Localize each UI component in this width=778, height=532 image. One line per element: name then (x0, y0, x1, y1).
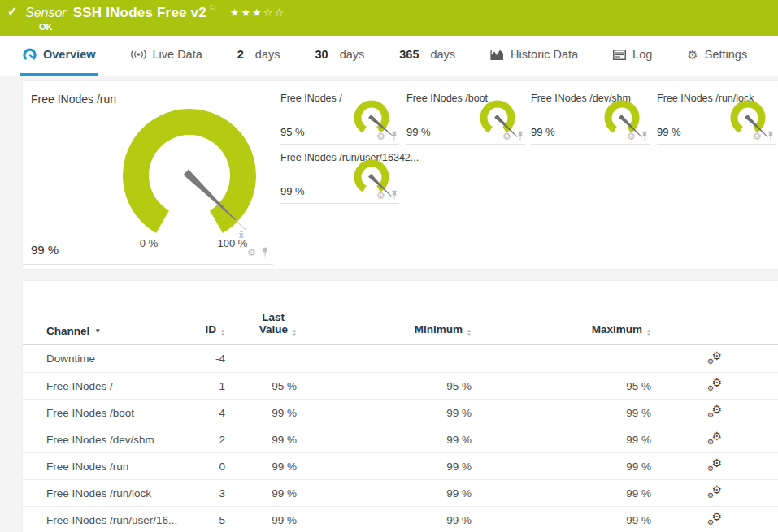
tab-label: Live Data (153, 48, 202, 61)
pin-icon[interactable] (516, 131, 524, 141)
channel-settings-icon[interactable]: ⚙⚙ (706, 485, 723, 499)
object-kind-label: Sensor (25, 6, 67, 19)
tab-label: days (430, 48, 455, 61)
channel-settings-icon[interactable]: ⚙⚙ (706, 351, 723, 365)
table-row: Free INodes /run/lock 3 99 % 99 % 99 % ⚙… (23, 479, 778, 506)
tab-label: Log (632, 48, 652, 61)
sorted-desc-icon: ▼ (94, 327, 101, 335)
pin-icon[interactable] (767, 131, 775, 141)
maximum-value: 99 % (472, 487, 651, 500)
table-row: Free INodes /run/user/16... 5 99 % 99 % … (23, 506, 778, 532)
gauges-panel: Free INodes /run x̄ 0 % 100 % 99 % ⚙ Fre… (23, 81, 778, 269)
gear-icon[interactable]: ⚙ (627, 132, 636, 141)
sensor-header: ✓ SensorSSH INodes Free v2⚐★★★☆☆ OK (0, 0, 778, 36)
minimum-value: 99 % (297, 461, 472, 473)
channel-table: Channel▼ ID▲▼ LastValue▲▼ Minimum▲▼ Maxi… (23, 281, 778, 532)
maximum-value: 99 % (472, 434, 651, 446)
minimum-value: 99 % (297, 407, 472, 419)
gear-icon[interactable]: ⚙ (502, 132, 511, 141)
tab-label: Overview (43, 48, 96, 61)
gauge-value: 99 % (280, 185, 305, 197)
last-value: 99 % (225, 514, 297, 526)
minimum-value: 99 % (297, 434, 472, 446)
gauge-cell-run-user: Free INodes /run/user/16342... 99 % ⚙ (280, 147, 399, 204)
gauge-cell-run: Free INodes /run x̄ 0 % 100 % 99 % ⚙ (23, 81, 273, 265)
channel-settings-icon[interactable]: ⚙⚙ (706, 431, 723, 445)
column-header-minimum[interactable]: Minimum▲▼ (297, 323, 472, 337)
gauge-value: 99 % (31, 243, 59, 257)
live-signal-icon (131, 49, 146, 60)
tab-number: 30 (315, 48, 328, 61)
tab-label: days (340, 48, 365, 61)
table-header-row: Channel▼ ID▲▼ LastValue▲▼ Minimum▲▼ Maxi… (23, 281, 778, 345)
channel-id: 4 (185, 407, 225, 419)
channel-name: Free INodes /dev/shm (23, 434, 185, 446)
maximum-value: 99 % (472, 407, 651, 419)
last-value: 99 % (225, 461, 297, 473)
gear-icon[interactable]: ⚙ (247, 248, 256, 257)
channel-id: 2 (185, 434, 225, 446)
gear-icon[interactable]: ⚙ (753, 132, 762, 141)
gauge-value: 99 % (406, 126, 431, 138)
pin-icon[interactable] (261, 247, 269, 257)
tab-30-days[interactable]: 30 days (312, 36, 367, 76)
tab-label: Historic Data (511, 48, 578, 61)
table-row: Free INodes / 1 95 % 95 % 95 % ⚙⚙ (23, 372, 778, 399)
minimum-value: 99 % (297, 514, 472, 526)
last-value: 99 % (225, 487, 297, 500)
channel-name: Downtime (23, 353, 185, 365)
priority-stars[interactable]: ★★★☆☆ (230, 6, 285, 19)
tab-bar: Overview Live Data 2 days 30 days 365 da… (0, 36, 778, 76)
gear-icon[interactable]: ⚙ (376, 191, 385, 201)
tab-settings[interactable]: ⚙ Settings (685, 36, 750, 76)
channel-settings-icon[interactable]: ⚙⚙ (706, 512, 723, 526)
tab-365-days[interactable]: 365 days (397, 36, 458, 76)
gauge-value: 99 % (531, 126, 555, 138)
gauge-cell-dev-shm: Free INodes /dev/shm 99 % ⚙ (531, 88, 650, 145)
tab-overview[interactable]: Overview (20, 36, 98, 76)
gear-icon: ⚙ (687, 49, 698, 61)
channel-settings-icon[interactable]: ⚙⚙ (706, 404, 723, 418)
tab-historic-data[interactable]: Historic Data (488, 36, 580, 76)
minimum-value: 99 % (297, 487, 472, 500)
tab-number: 365 (399, 48, 419, 61)
last-value: 99 % (225, 407, 297, 419)
channel-settings-icon[interactable]: ⚙⚙ (706, 458, 723, 472)
tab-live-data[interactable]: Live Data (128, 36, 205, 76)
gear-icon[interactable]: ⚙ (376, 132, 385, 141)
column-header-last-value[interactable]: LastValue▲▼ (225, 311, 297, 337)
table-row: Downtime -4 ⚙⚙ (23, 345, 778, 372)
column-header-id[interactable]: ID▲▼ (185, 323, 225, 337)
gauge-title: Free INodes / (280, 93, 342, 104)
priority-flag-icon[interactable]: ⚐ (209, 3, 217, 13)
pin-icon[interactable] (641, 131, 649, 141)
table-row: Free INodes /run 0 99 % 99 % 99 % ⚙⚙ (23, 452, 778, 479)
last-value: 95 % (225, 380, 297, 392)
maximum-value: 99 % (472, 514, 651, 526)
maximum-value: 95 % (472, 380, 651, 392)
channel-settings-icon[interactable]: ⚙⚙ (706, 378, 723, 391)
maximum-value: 99 % (472, 461, 651, 473)
area-chart-icon (490, 49, 504, 61)
channel-id: 3 (185, 487, 225, 500)
tab-2-days[interactable]: 2 days (235, 36, 283, 76)
tab-log[interactable]: Log (611, 36, 654, 76)
last-value: 99 % (225, 434, 297, 446)
tab-number: 2 (237, 48, 244, 61)
channel-id: 1 (185, 380, 225, 392)
gauge-cell-run-lock: Free INodes /run/lock 99 % ⚙ (657, 88, 776, 145)
column-header-channel[interactable]: Channel▼ (23, 325, 185, 337)
channel-id: 5 (185, 514, 225, 526)
sensor-title: SSH INodes Free v2 (73, 5, 206, 20)
gauge-icon (23, 48, 37, 61)
tab-label: Settings (705, 48, 747, 61)
column-header-maximum[interactable]: Maximum▲▼ (472, 323, 651, 337)
sort-icon: ▲▼ (646, 329, 651, 337)
log-list-icon (613, 50, 626, 60)
pin-icon[interactable] (390, 190, 398, 201)
pin-icon[interactable] (390, 131, 398, 141)
gauge-cell-boot: Free INodes /boot 99 % ⚙ (406, 88, 525, 145)
channel-id: 0 (185, 461, 225, 473)
gauge-min-label: 0 % (124, 237, 173, 249)
channel-name: Free INodes /boot (23, 407, 185, 419)
